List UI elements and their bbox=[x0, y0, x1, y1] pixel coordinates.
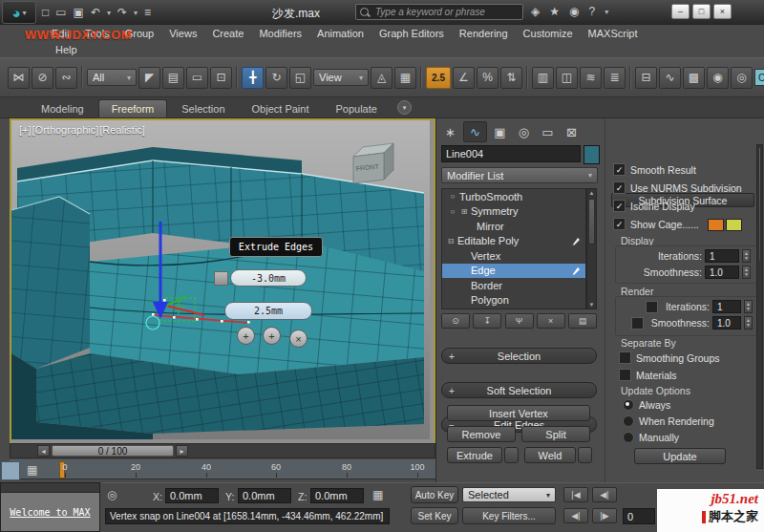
reference-coordinate-dropdown[interactable]: View▾ bbox=[313, 69, 369, 86]
material-editor-icon[interactable]: ▩ bbox=[683, 67, 705, 89]
select-by-name-icon[interactable]: ▤ bbox=[162, 67, 184, 89]
object-color-swatch[interactable] bbox=[584, 145, 600, 164]
selection-filter-dropdown[interactable]: All▾ bbox=[87, 69, 137, 86]
viewport-pov-menu[interactable]: [Orthographic] bbox=[32, 124, 99, 136]
hierarchy-tab-icon[interactable]: ▣ bbox=[489, 122, 511, 141]
previous-frame-arrow[interactable]: ◂ bbox=[37, 445, 50, 457]
window-crossing-icon[interactable]: ⊡ bbox=[210, 67, 232, 89]
grid-settings-icon[interactable]: ▦ bbox=[372, 488, 383, 501]
show-end-result-icon[interactable]: ↧ bbox=[473, 313, 501, 329]
close-button[interactable]: × bbox=[713, 4, 732, 19]
menu-maxscript[interactable]: MAXScript bbox=[581, 26, 646, 41]
stack-scrollbar[interactable]: ▲ ▼ bbox=[586, 188, 597, 309]
layer-manager-icon[interactable]: ≣ bbox=[604, 67, 626, 89]
cage-selection-color-swatch[interactable] bbox=[726, 219, 742, 231]
go-to-start-button[interactable]: |◀ bbox=[563, 487, 588, 502]
rollout-soft-selection[interactable]: + Soft Selection bbox=[441, 382, 597, 398]
stack-subobject-edge[interactable]: Edge bbox=[442, 264, 585, 279]
split-button[interactable]: Split bbox=[521, 426, 590, 442]
open-file-icon[interactable]: ▭ bbox=[55, 6, 66, 19]
selected-filter-dropdown[interactable]: Selected ▾ bbox=[462, 487, 556, 502]
minimize-button[interactable]: – bbox=[671, 4, 690, 19]
spinner-arrows[interactable]: ▲▼ bbox=[742, 249, 751, 263]
undo-icon[interactable]: ↶ bbox=[91, 6, 100, 19]
display-iterations-field[interactable]: 1 bbox=[705, 249, 739, 263]
update-manually-radio[interactable]: Manually bbox=[623, 432, 679, 443]
update-when-rendering-radio[interactable]: When Rendering bbox=[623, 415, 714, 427]
stack-subobject-border[interactable]: Border bbox=[442, 278, 585, 293]
snaps-toggle-button[interactable]: 2.5 bbox=[426, 67, 451, 89]
viewport-shading-menu[interactable]: [Realistic] bbox=[99, 124, 145, 136]
render-iterations-checkbox[interactable] bbox=[646, 301, 658, 313]
render-iterations-field[interactable]: 1 bbox=[712, 300, 741, 313]
search-input[interactable] bbox=[373, 6, 519, 18]
mirror-icon[interactable]: ◫ bbox=[556, 67, 578, 89]
viewport-layout-tab[interactable] bbox=[1, 461, 20, 480]
tab-selection[interactable]: Selection bbox=[169, 100, 237, 117]
z-coordinate-field[interactable]: 0.0mm bbox=[310, 488, 364, 503]
save-file-icon[interactable]: ▣ bbox=[74, 6, 84, 19]
spinner-snap-icon[interactable]: ⇅ bbox=[500, 67, 522, 89]
mini-curve-editor-icon[interactable]: ▦ bbox=[27, 463, 37, 477]
rendered-frame-window-icon[interactable]: ◎ bbox=[731, 67, 753, 89]
menu-help[interactable]: Help bbox=[48, 42, 85, 57]
tab-freeform[interactable]: Freeform bbox=[98, 99, 168, 117]
pin-stack-icon[interactable]: ⊙ bbox=[441, 313, 470, 329]
modifier-enable-icon[interactable]: ○ bbox=[448, 207, 457, 216]
keyboard-override-icon[interactable]: ▦ bbox=[394, 67, 416, 89]
update-button[interactable]: Update bbox=[634, 448, 726, 464]
angle-snap-icon[interactable]: ∠ bbox=[453, 67, 475, 89]
caddy-cancel-button[interactable]: × bbox=[289, 330, 308, 348]
key-filters-button[interactable]: Key Filters... bbox=[462, 507, 556, 524]
stack-subobject-vertex[interactable]: Vertex bbox=[442, 248, 585, 264]
display-tab-icon[interactable]: ▭ bbox=[537, 122, 559, 141]
modify-tab-icon[interactable]: ∿ bbox=[463, 121, 487, 142]
smoothing-groups-checkbox[interactable]: Smoothing Groups bbox=[619, 351, 720, 364]
welcome-window-titlebar[interactable] bbox=[1, 483, 99, 493]
rollout-selection[interactable]: + Selection bbox=[441, 348, 597, 364]
scrollbar-thumb[interactable] bbox=[758, 147, 761, 262]
panel-scrollbar[interactable] bbox=[756, 144, 763, 469]
ribbon-minimize-icon[interactable]: ▾ bbox=[397, 100, 412, 115]
render-setup-icon[interactable]: ◉ bbox=[707, 67, 729, 89]
menu-animation[interactable]: Animation bbox=[309, 26, 371, 41]
previous-key-button[interactable]: ◀| bbox=[592, 487, 617, 502]
materials-checkbox[interactable]: Materials bbox=[619, 369, 677, 381]
named-selection-sets-icon[interactable]: ▥ bbox=[532, 67, 554, 89]
current-frame-field[interactable]: 0 bbox=[623, 508, 655, 524]
scrollbar-thumb[interactable] bbox=[588, 199, 595, 245]
welcome-link[interactable]: Welcome to MAX bbox=[1, 493, 99, 531]
spinner-arrows[interactable]: ▲▼ bbox=[744, 300, 753, 313]
y-coordinate-field[interactable]: 0.0mm bbox=[238, 488, 291, 503]
make-unique-icon[interactable]: Ψ bbox=[505, 313, 534, 329]
remove-button[interactable]: Remove bbox=[447, 426, 516, 442]
motion-tab-icon[interactable]: ◎ bbox=[513, 122, 535, 141]
insert-vertex-button[interactable]: Insert Vertex bbox=[447, 405, 590, 421]
menu-modifiers[interactable]: Modifiers bbox=[251, 26, 309, 41]
select-and-scale-icon[interactable]: ◱ bbox=[289, 67, 311, 89]
modifier-list-dropdown[interactable]: Modifier List ▾ bbox=[441, 167, 598, 183]
time-slider-track[interactable]: ◂ 0 / 100 ▸ bbox=[10, 443, 435, 458]
modifier-enable-icon[interactable]: ○ bbox=[448, 192, 457, 201]
bind-to-space-warp-icon[interactable]: ∾ bbox=[55, 67, 77, 89]
expand-icon[interactable]: ⊞ bbox=[459, 207, 469, 216]
communication-center-icon[interactable]: ◉ bbox=[569, 5, 579, 18]
scroll-down-icon[interactable]: ▼ bbox=[587, 302, 596, 308]
extrude-button[interactable]: Extrude bbox=[447, 447, 502, 463]
utilities-tab-icon[interactable]: ⊠ bbox=[561, 122, 583, 141]
viewport[interactable]: FRONT [+] [Orthographic] [Re bbox=[10, 118, 435, 445]
selection-region-icon[interactable]: ▭ bbox=[186, 67, 208, 89]
isoline-display-checkbox[interactable]: ✓ Isoline Display bbox=[613, 200, 695, 212]
cage-edge-color-swatch[interactable] bbox=[708, 219, 724, 231]
favorites-icon[interactable]: ★ bbox=[549, 5, 560, 18]
align-icon[interactable]: ≋ bbox=[580, 67, 602, 89]
new-scene-icon[interactable]: □ bbox=[42, 6, 49, 19]
select-and-rotate-icon[interactable]: ↻ bbox=[265, 67, 287, 89]
collapse-icon[interactable]: ⊟ bbox=[446, 237, 456, 245]
graph-editors-icon[interactable]: ⊟ bbox=[635, 67, 657, 89]
caddy-ok-button[interactable]: + bbox=[237, 327, 255, 345]
weld-button[interactable]: Weld bbox=[524, 447, 576, 463]
viewport-general-menu[interactable]: [+] bbox=[19, 124, 32, 136]
stack-item-symmetry[interactable]: ○ ⊞ Symmetry bbox=[442, 204, 585, 220]
isolate-selection-icon[interactable]: ◎ bbox=[107, 488, 117, 501]
